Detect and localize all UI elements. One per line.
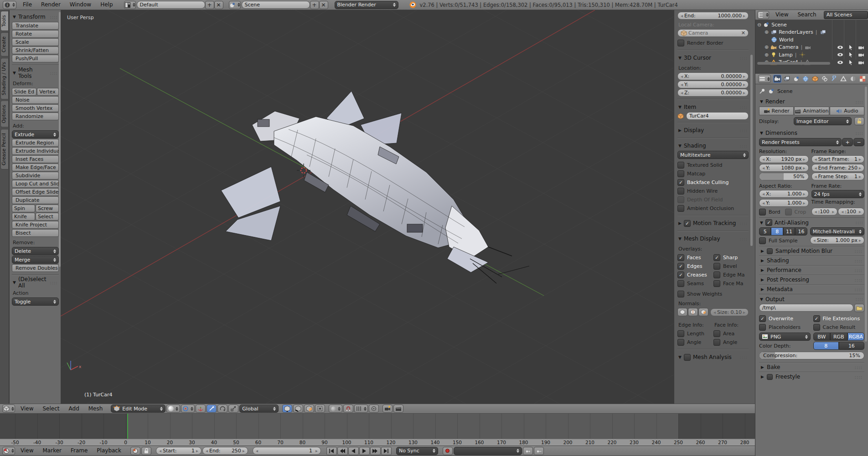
end-frame-field[interactable]: ◂End:250▸ [202,447,248,455]
panel-header-3d-cursor[interactable]: ▼ 3D Cursor:::: [677,53,749,63]
tool-button[interactable]: Rotate [12,30,59,38]
panel-header-render[interactable]: ▼ Render:::: [759,97,864,107]
sample-count-button[interactable]: 8 [771,227,783,236]
panel-header-transform[interactable]: ▼ Transform:::: [12,12,59,22]
tab-object-data[interactable] [839,75,848,83]
aspect-x-field[interactable]: ◂X:1.000▸ [759,190,809,198]
renderability-camera-icon[interactable] [858,44,864,51]
collapsed-panel-header[interactable]: Bake [759,362,864,372]
sample-count-button[interactable]: 16 [795,227,807,236]
output-checkbox[interactable]: Overwrite [759,314,811,323]
outliner-scrollbar[interactable] [757,62,830,65]
opengl-render-button[interactable] [382,405,393,413]
timeline-track[interactable] [0,414,755,439]
proportional-edit-menu[interactable] [329,405,342,413]
local-camera-field[interactable]: Camera ✕ [677,29,749,37]
remap-old-field[interactable]: ◂:100▸ [811,208,838,215]
shading-mode-menu[interactable]: Multitexture [677,151,749,159]
editor-type-info-icon[interactable]: i [3,1,16,9]
aspect-y-field[interactable]: ◂Y:1.000▸ [759,199,809,207]
resolution-y-field[interactable]: ◂Y:1080 px▸ [759,164,809,172]
render-presets-menu[interactable]: Render Presets [759,138,842,146]
layout-name-field[interactable]: Default [137,1,205,9]
shelf-tab-create[interactable]: Create [0,32,9,56]
current-frame-line[interactable] [127,414,128,439]
show-weights-checkbox[interactable]: Show Weights [677,290,749,298]
menu[interactable]: View [771,10,793,20]
previous-keyframe-button[interactable] [337,447,348,455]
add-layout-button[interactable]: + [205,1,214,9]
channels-button[interactable]: RGB [830,333,847,341]
spin-button[interactable]: Spin [12,205,35,212]
remove-doubles-button[interactable]: Remove Doubles [12,264,59,272]
cursor-y-field[interactable]: ◂Y:0.00000▸ [677,81,749,88]
visibility-eye-icon[interactable] [837,51,843,58]
knife-button[interactable]: Knife [12,213,35,220]
delete-keyframe-icon[interactable] [534,447,544,455]
sample-count-button[interactable]: 11 [783,227,795,236]
object-name-field[interactable]: TurCar4 [686,112,749,120]
menu[interactable]: Marker [38,446,66,456]
browse-folder-icon[interactable] [854,304,864,312]
keying-set-field[interactable] [454,447,522,455]
jump-to-end-button[interactable] [381,447,392,455]
render-animation-button[interactable]: Animation [794,107,829,115]
collapsed-panel-header[interactable]: Post Processing [759,275,864,284]
tool-button[interactable]: Smooth Vertex [12,104,59,112]
overlay-checkbox[interactable]: Seams [677,279,713,288]
color-depth-button[interactable]: 8 [813,342,839,350]
outliner-row-lamp[interactable]: ⊕ Lamp| [757,51,868,59]
selectability-arrow-icon[interactable] [847,59,854,66]
overlay-checkbox[interactable]: Faces [677,253,713,262]
renderability-camera-icon[interactable] [858,51,864,58]
decrement-arrow-icon[interactable]: ◂ [681,13,683,18]
add-preset-button[interactable]: + [842,138,853,146]
render-display-menu[interactable]: Image Editor [794,117,852,125]
face-normals-button[interactable] [698,308,708,316]
tool-button[interactable]: Knife Project [12,221,59,229]
overlay-checkbox[interactable]: Edge Ma [713,271,749,279]
start-frame-field[interactable]: ◂Start Frame:1▸ [811,155,864,163]
next-keyframe-button[interactable] [370,447,381,455]
shading-checkbox[interactable]: Depth Of Field [677,195,749,204]
output-path-field[interactable]: /tmp\ [759,304,853,312]
pivot-point-menu[interactable] [181,405,195,413]
use-preview-range-icon[interactable] [130,447,140,455]
expand-icon[interactable]: ⊕ [765,52,769,58]
file-format-menu[interactable]: PNG [759,333,811,341]
compression-slider[interactable]: Compression: 15% [759,352,864,359]
collapsed-panel-header[interactable]: Performance [759,265,864,275]
menu[interactable]: Window [65,0,96,10]
menu[interactable]: Search [793,10,821,20]
menu[interactable]: Frame [66,446,92,456]
expand-icon[interactable]: ⊕ [765,44,769,50]
normals-size-field[interactable]: ◂Size: 0.10▸ [710,308,749,316]
snap-target-button[interactable] [369,405,379,413]
remap-new-field[interactable]: ◂:100▸ [838,208,864,215]
render-engine-select[interactable]: Blender Render [335,1,398,9]
menu[interactable]: Select [38,404,64,414]
motion-tracking-checkbox[interactable] [684,220,691,227]
jump-to-start-button[interactable] [326,447,337,455]
tab-render-layers[interactable] [782,75,791,83]
tool-button[interactable]: Subdivide [12,172,59,179]
cursor-x-field[interactable]: ◂X:0.00000▸ [677,72,749,80]
transform-orientation-menu[interactable]: Global [239,405,279,413]
start-frame-field[interactable]: ◂Start:1▸ [156,447,202,455]
panel-header-shading[interactable]: ▼ Shading:::: [677,141,749,151]
panel-header-mesh-analysis[interactable]: ▼ Mesh Analysis:::: [677,352,749,362]
mesh-analysis-checkbox[interactable] [684,354,691,361]
delete-scene-button[interactable]: ✕ [319,1,328,9]
snap-magnet-icon[interactable] [343,405,353,413]
shading-checkbox[interactable]: Textured Solid [677,161,749,169]
panel-checkbox[interactable] [767,374,773,380]
sync-mode-menu[interactable]: No Sync [396,447,438,455]
shelf-tab-shading-uvs[interactable]: Shading / UVs [0,58,9,99]
menu[interactable]: Add [64,404,84,414]
shading-checkbox[interactable]: Matcap [677,169,749,178]
menu[interactable]: Help [96,0,117,10]
menu[interactable]: View [16,446,38,456]
selectability-arrow-icon[interactable] [847,51,854,58]
tab-scene[interactable] [792,75,801,83]
expand-icon[interactable]: ⊕ [765,29,769,35]
